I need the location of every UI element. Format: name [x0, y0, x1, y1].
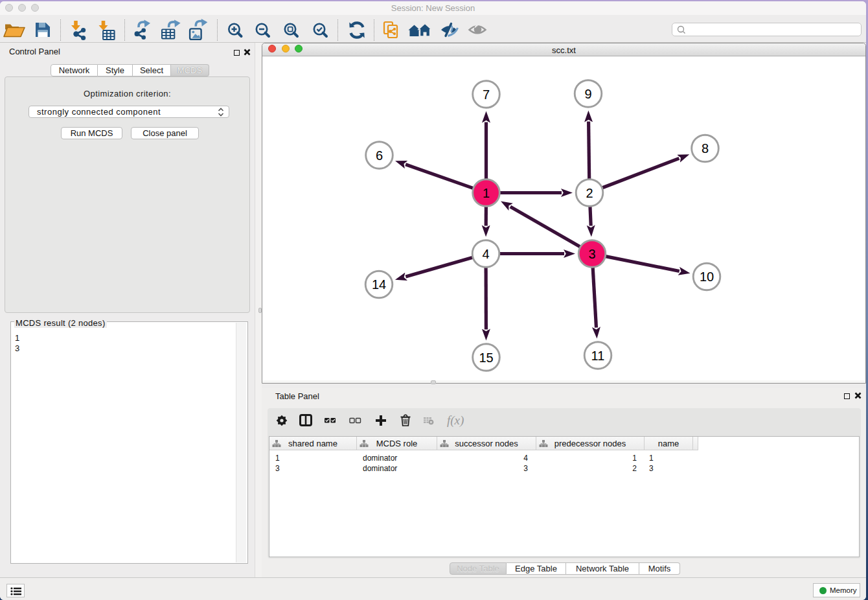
svg-text:6: 6: [376, 148, 383, 163]
svg-text:1: 1: [483, 186, 490, 200]
svg-text:14: 14: [372, 277, 386, 292]
svg-text:10: 10: [700, 270, 714, 284]
svg-text:3: 3: [588, 247, 595, 261]
svg-text:8: 8: [702, 141, 709, 156]
svg-text:9: 9: [584, 87, 591, 101]
svg-text:7: 7: [483, 87, 490, 102]
svg-text:f(x): f(x): [447, 413, 464, 428]
svg-text:4: 4: [482, 247, 489, 261]
svg-text:2: 2: [586, 186, 593, 200]
svg-text:15: 15: [479, 351, 493, 365]
svg-text:11: 11: [591, 349, 605, 363]
